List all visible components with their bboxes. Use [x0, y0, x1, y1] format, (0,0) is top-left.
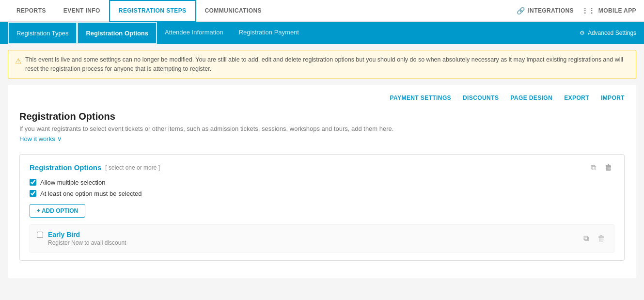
warning-icon: ⚠ [15, 56, 21, 67]
export-link[interactable]: EXPORT [564, 95, 589, 101]
allow-multiple-row: Allow multiple selection [30, 179, 614, 186]
subnav-reg-options[interactable]: Registration Options [77, 22, 157, 44]
copy-card-button[interactable]: ⧉ [589, 162, 598, 173]
at-least-one-row: At least one option must be selected [30, 190, 614, 197]
options-card-badge: [ select one or more ] [105, 164, 160, 171]
nav-event-info[interactable]: EVENT INFO [55, 0, 109, 22]
nav-reports[interactable]: REPORTS [8, 0, 55, 22]
option-item-early-bird: Early Bird Register Now to avail discoun… [30, 224, 614, 253]
sub-nav-left: Registration Types Registration Options … [8, 22, 307, 44]
advanced-settings[interactable]: ⚙ Advanced Settings [580, 30, 636, 36]
nav-mobile-app[interactable]: ⋮⋮ MOBILE APP [581, 7, 636, 15]
top-nav: REPORTS EVENT INFO REGISTRATION STEPS CO… [0, 0, 644, 22]
payment-settings-link[interactable]: PAYMENT SETTINGS [390, 95, 451, 101]
subnav-reg-payment[interactable]: Registration Payment [231, 22, 307, 44]
options-card-title-area: Registration Options [ select one or mor… [30, 163, 160, 172]
delete-option-button[interactable]: 🗑 [596, 233, 607, 244]
mobile-app-label: MOBILE APP [598, 7, 636, 14]
main-content: PAYMENT SETTINGS DISCOUNTS PAGE DESIGN E… [8, 85, 636, 278]
chevron-down-icon: ∨ [57, 135, 62, 142]
discounts-link[interactable]: DISCOUNTS [463, 95, 499, 101]
how-it-works-link[interactable]: How it works ∨ [19, 135, 62, 142]
page-design-link[interactable]: PAGE DESIGN [510, 95, 552, 101]
warning-text: This event is live and some settings can… [25, 55, 629, 74]
delete-card-button[interactable]: 🗑 [603, 162, 614, 173]
options-card-header: Registration Options [ select one or mor… [30, 162, 614, 173]
import-link[interactable]: IMPORT [601, 95, 625, 101]
top-nav-right: 🔗 INTEGRATIONS ⋮⋮ MOBILE APP [517, 7, 636, 15]
top-nav-left: REPORTS EVENT INFO REGISTRATION STEPS CO… [8, 0, 270, 22]
options-card-title: Registration Options [30, 163, 101, 172]
sub-nav: Registration Types Registration Options … [0, 22, 644, 44]
nav-integrations[interactable]: 🔗 INTEGRATIONS [517, 7, 574, 15]
link-icon: 🔗 [517, 7, 525, 15]
gear-icon: ⚙ [580, 30, 585, 36]
options-card: Registration Options [ select one or mor… [19, 154, 625, 261]
allow-multiple-label: Allow multiple selection [40, 179, 105, 186]
warning-banner: ⚠ This event is live and some settings c… [8, 50, 636, 79]
option-item-left: Early Bird Register Now to avail discoun… [37, 231, 126, 246]
allow-multiple-checkbox[interactable] [30, 179, 36, 186]
early-bird-desc: Register Now to avail discount [48, 239, 126, 246]
card-actions: ⧉ 🗑 [589, 162, 614, 173]
subnav-attendee-info[interactable]: Attendee Information [157, 22, 231, 44]
grid-icon: ⋮⋮ [581, 7, 596, 15]
copy-option-button[interactable]: ⧉ [581, 233, 591, 244]
integrations-label: INTEGRATIONS [528, 7, 574, 14]
subnav-reg-types[interactable]: Registration Types [8, 22, 77, 44]
option-item-details: Early Bird Register Now to avail discoun… [48, 231, 126, 246]
page-subtitle: If you want registrants to select event … [19, 125, 625, 132]
early-bird-name: Early Bird [48, 231, 126, 238]
action-links: PAYMENT SETTINGS DISCOUNTS PAGE DESIGN E… [19, 95, 625, 101]
nav-communications[interactable]: COMMUNICATIONS [196, 0, 270, 22]
add-option-button[interactable]: + ADD OPTION [30, 204, 85, 218]
how-it-works-text: How it works [19, 135, 55, 142]
advanced-settings-label: Advanced Settings [588, 30, 636, 36]
nav-registration-steps[interactable]: REGISTRATION STEPS [109, 0, 196, 22]
at-least-one-checkbox[interactable] [30, 190, 36, 197]
option-item-actions: ⧉ 🗑 [581, 233, 607, 244]
at-least-one-label: At least one option must be selected [40, 190, 142, 197]
early-bird-checkbox[interactable] [37, 232, 43, 238]
page-title: Registration Options [19, 111, 625, 122]
